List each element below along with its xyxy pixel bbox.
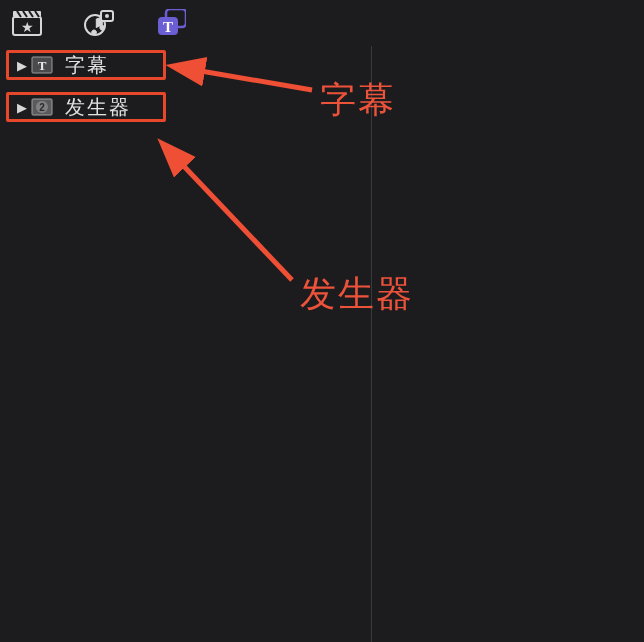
sidebar-item-subtitles[interactable]: ▶ T 字幕 bbox=[6, 50, 166, 80]
media-library-tab[interactable]: ★ bbox=[10, 8, 44, 38]
svg-text:2: 2 bbox=[39, 102, 45, 113]
annotation-subtitles: 字幕 bbox=[320, 76, 396, 125]
disclosure-triangle-icon: ▶ bbox=[15, 59, 29, 72]
disclosure-triangle-icon: ▶ bbox=[15, 101, 29, 114]
clapperboard-icon: ★ bbox=[12, 10, 42, 36]
titles-generators-tab[interactable]: T bbox=[154, 8, 188, 38]
browser-panel: ★ T ▶ T bbox=[0, 0, 644, 642]
svg-text:★: ★ bbox=[21, 19, 34, 35]
annotation-generators: 发生器 bbox=[300, 270, 414, 319]
svg-point-6 bbox=[105, 14, 109, 18]
svg-line-16 bbox=[178, 160, 292, 280]
generator-category-icon: 2 bbox=[31, 96, 53, 118]
svg-text:T: T bbox=[163, 19, 173, 35]
sidebar-item-generators[interactable]: ▶ 2 发生器 bbox=[6, 92, 166, 122]
titles-sidebar: ▶ T 字幕 ▶ 2 发生器 bbox=[6, 50, 166, 134]
titles-icon: T bbox=[156, 9, 186, 37]
svg-text:T: T bbox=[38, 58, 47, 73]
svg-line-15 bbox=[195, 70, 312, 90]
audio-library-tab[interactable] bbox=[82, 8, 116, 38]
sidebar-item-label: 发生器 bbox=[65, 97, 131, 117]
panel-divider bbox=[371, 46, 372, 642]
sidebar-item-label: 字幕 bbox=[65, 55, 109, 75]
music-photos-icon bbox=[84, 10, 114, 36]
browser-toolbar: ★ T bbox=[0, 0, 644, 46]
title-category-icon: T bbox=[31, 54, 53, 76]
